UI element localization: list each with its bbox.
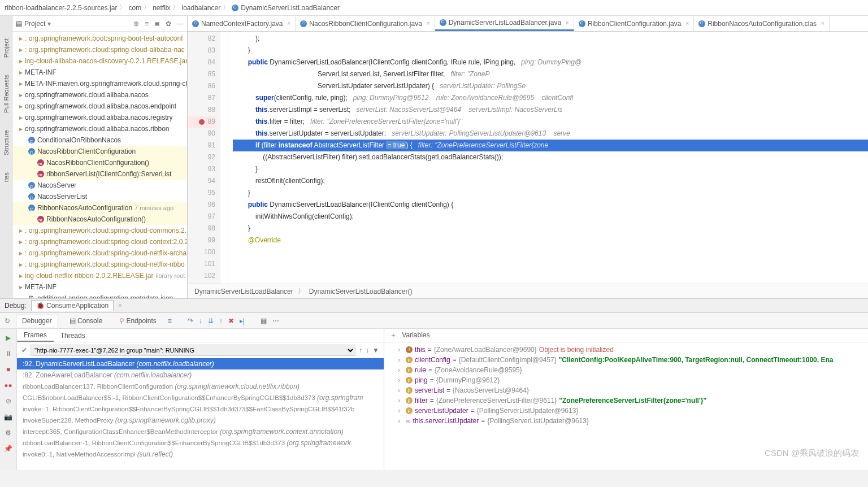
editor-tab[interactable]: RibbonNacosAutoConfiguration.clas× — [694, 16, 830, 31]
variable-row[interactable]: ›f this = {ZoneAwareLoadBalancer@9690} O… — [384, 345, 868, 355]
step-over-icon[interactable]: ↷ — [188, 317, 193, 325]
tree-item[interactable]: ▸META-INF.maven.org.springframework.clou… — [12, 78, 187, 89]
favorites-toolwindow-tab[interactable]: ites — [3, 172, 10, 182]
line-gutter[interactable]: 8283848586878889909192939495969798991001… — [188, 32, 220, 284]
add-watch-icon[interactable]: ＋ — [390, 331, 397, 339]
prev-frame-icon[interactable]: ↑ — [359, 346, 362, 354]
editor-tab[interactable]: RibbonClientConfiguration.java× — [574, 16, 694, 31]
variable-row[interactable]: ›p rule = {ZoneAvoidanceRule@9595} — [384, 365, 868, 375]
tree-item[interactable]: 🗎additional-spring-configuration-metadat… — [12, 293, 187, 298]
fold-gutter[interactable] — [220, 32, 228, 284]
run-config-tab[interactable]: 🐞 ConsumeApplication — [31, 300, 114, 311]
tree-item[interactable]: ▸: org.springframework.cloud:spring-clou… — [12, 44, 187, 55]
variable-row[interactable]: ›p clientConfig = {DefaultClientConfigIm… — [384, 355, 868, 365]
rerun-icon[interactable]: ↻ — [5, 317, 10, 325]
force-step-into-icon[interactable]: ⇊ — [208, 317, 214, 325]
close-icon[interactable]: × — [566, 20, 569, 26]
tree-item[interactable]: ribbonServerList(IClientConfig):ServerLi… — [12, 168, 187, 180]
collapse-all-icon[interactable]: ≣ — [154, 20, 160, 28]
filter-icon[interactable]: ▼ — [372, 346, 379, 354]
hide-icon[interactable]: — — [177, 20, 184, 28]
stack-frame[interactable]: invoke:-1, RibbonClientConfiguration$$En… — [17, 403, 384, 415]
close-icon[interactable]: × — [288, 20, 291, 27]
variable-row[interactable]: ›p filter = {ZonePreferenceServerListFil… — [384, 395, 868, 406]
variable-list[interactable]: ›f this = {ZoneAwareLoadBalancer@9690} O… — [384, 342, 868, 470]
close-icon[interactable]: × — [118, 302, 122, 310]
mute-breakpoints-button[interactable]: ⊘ — [4, 397, 13, 406]
tree-item[interactable]: NacosRibbonClientConfiguration() — [12, 157, 187, 168]
stop-button[interactable]: ■ — [4, 365, 13, 374]
editor-tab[interactable]: NacosRibbonClientConfiguration.java× — [296, 16, 435, 31]
tree-item[interactable]: ▸META-INF — [12, 67, 187, 78]
project-tree[interactable]: ▸: org.springframework.boot:spring-boot-… — [12, 32, 187, 298]
bc-jar[interactable]: ribbon-loadbalancer-2.2.5-sources.jar — [5, 4, 117, 12]
stack-frame[interactable]: invoke0:-1, NativeMethodAccessorImpl (su… — [17, 449, 384, 460]
close-icon[interactable]: × — [685, 20, 689, 27]
editor-breadcrumb[interactable]: DynamicServerListLoadBalancer 〉 DynamicS… — [188, 284, 868, 298]
bc-class[interactable]: DynamicServerListLoadBalancer — [232, 4, 340, 12]
variable-row[interactable]: ›p serverListUpdater = {PollingServerLis… — [384, 406, 868, 416]
stack-frame[interactable]: CGLIB$ribbonLoadBalancer$5:-1, RibbonCli… — [17, 392, 384, 403]
stack-frame[interactable]: :92, DynamicServerListLoadBalancer (com.… — [17, 358, 384, 369]
tree-item[interactable]: ▸org.springframework.cloud.alibaba.nacos… — [12, 101, 187, 112]
close-icon[interactable]: × — [427, 20, 430, 27]
stack-frame[interactable]: ribbonLoadBalancer:137, RibbonClientConf… — [17, 381, 384, 392]
stack-frame[interactable]: :82, ZoneAwareLoadBalancer (com.netflix.… — [17, 369, 384, 381]
console-tab[interactable]: ▤ Console — [64, 315, 108, 327]
tree-item[interactable]: ▸org.springframework.cloud.alibaba.nacos… — [12, 112, 187, 123]
tree-item[interactable]: ▸ing-cloud-netflix-ribbon-2.0.2.RELEASE.… — [12, 270, 187, 281]
editor-tab[interactable]: NamedContextFactory.java× — [188, 16, 296, 31]
tree-item[interactable]: NacosServerList — [12, 191, 187, 202]
tree-item[interactable]: ▸: org.springframework.cloud:spring-clou… — [12, 259, 187, 270]
thread-selector[interactable]: "http-nio-7777-exec-1"@7,262 in group "m… — [31, 345, 355, 356]
bc-pkg[interactable]: com — [128, 4, 141, 12]
pin-button[interactable]: 📌 — [4, 444, 13, 453]
tree-item[interactable]: ▸: org.springframework.cloud:spring-clou… — [12, 247, 187, 259]
tree-item[interactable]: ▸ing-cloud-alibaba-nacos-discovery-0.2.1… — [12, 55, 187, 67]
step-out-icon[interactable]: ↑ — [219, 317, 223, 325]
code-content[interactable]: ); } public DynamicServerListLoadBalance… — [228, 32, 868, 284]
drop-frame-icon[interactable]: ✖ — [228, 317, 234, 325]
tree-item[interactable]: ▸META-INF — [12, 281, 187, 293]
pull-requests-toolwindow-tab[interactable]: Pull Requests — [3, 75, 10, 113]
evaluate-icon[interactable]: ▦ — [261, 317, 267, 325]
resume-button[interactable]: ▶ — [4, 333, 13, 342]
variable-row[interactable]: ›p serverList = {NacosServerList@9464} — [384, 385, 868, 395]
locate-icon[interactable]: ⊕ — [133, 20, 139, 28]
tree-item[interactable]: NacosServer — [12, 180, 187, 191]
project-dropdown[interactable]: Project — [24, 20, 45, 28]
step-into-icon[interactable]: ↓ — [199, 317, 202, 325]
pause-button[interactable]: ⏸ — [4, 349, 13, 358]
structure-toolwindow-tab[interactable]: Structure — [3, 130, 10, 155]
project-toolwindow-tab[interactable]: Project — [3, 38, 10, 58]
next-frame-icon[interactable]: ↓ — [366, 346, 369, 354]
settings-button[interactable]: ⚙ — [4, 428, 13, 437]
variable-row[interactable]: ›p ping = {DummyPing@9612} — [384, 375, 868, 385]
get-thread-dump-button[interactable]: 📷 — [4, 412, 13, 421]
tree-item[interactable]: ConditionalOnRibbonNacos — [12, 134, 187, 146]
code-editor[interactable]: 8283848586878889909192939495969798991001… — [188, 32, 868, 284]
editor-tab[interactable]: DynamicServerListLoadBalancer.java× — [435, 16, 574, 31]
more-icon[interactable]: ⋯ — [272, 317, 279, 325]
close-icon[interactable]: × — [821, 20, 824, 27]
bc2-method[interactable]: DynamicServerListLoadBalancer() — [309, 288, 413, 295]
layout-icon[interactable]: ≡ — [168, 317, 172, 325]
variable-row[interactable]: ›∞ this.serverListUpdater = {PollingServ… — [384, 416, 868, 426]
frame-list[interactable]: :92, DynamicServerListLoadBalancer (com.… — [17, 358, 384, 470]
debugger-tab[interactable]: Debugger — [16, 315, 58, 327]
bc-pkg[interactable]: netflix — [153, 4, 170, 12]
view-breakpoints-button[interactable]: ●● — [4, 381, 13, 390]
stack-frame[interactable]: invokeSuper:228, MethodProxy (org.spring… — [17, 415, 384, 426]
tree-item[interactable]: NacosRibbonClientConfiguration — [12, 146, 187, 157]
run-to-cursor-icon[interactable]: ▸| — [240, 317, 245, 325]
frames-tab[interactable]: Frames — [17, 329, 54, 342]
tree-item[interactable]: ▸: org.springframework.boot:spring-boot-… — [12, 33, 187, 44]
tree-item[interactable]: ▸org.springframework.cloud.alibaba.nacos — [12, 89, 187, 101]
tree-item[interactable]: ▸: org.springframework.cloud:spring-clou… — [12, 236, 187, 247]
chevron-down-icon[interactable]: ▾ — [47, 20, 51, 28]
threads-tab[interactable]: Threads — [54, 330, 92, 341]
tree-item[interactable]: RibbonNacosAutoConfiguration() — [12, 214, 187, 225]
settings-icon[interactable]: ✿ — [166, 20, 171, 28]
bc-pkg[interactable]: loadbalancer — [181, 4, 220, 12]
tree-item[interactable]: ▸: org.springframework.cloud:spring-clou… — [12, 225, 187, 236]
